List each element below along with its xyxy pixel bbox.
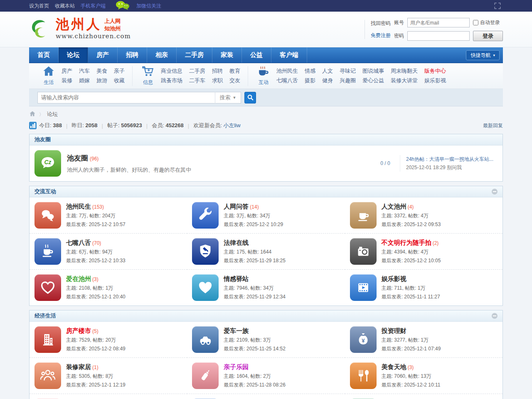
- forum-title-link[interactable]: 人网问答: [224, 203, 249, 210]
- subnav-link[interactable]: 婚嫁: [79, 77, 90, 84]
- forum-title-link[interactable]: 装修家居: [66, 363, 91, 370]
- forum-title-link[interactable]: 房产楼市: [66, 327, 91, 334]
- subnav-link[interactable]: 汽车: [79, 67, 90, 75]
- subnav-link[interactable]: 池州民生: [276, 67, 298, 75]
- forum-title-link[interactable]: 池州民生: [66, 203, 91, 210]
- forgot-password-link[interactable]: 找回密码: [371, 20, 391, 27]
- subnav-link[interactable]: 人文: [322, 67, 333, 75]
- subnav-link[interactable]: 装修: [62, 77, 72, 84]
- subnav-link[interactable]: 商业信息: [161, 67, 182, 75]
- subnav-link[interactable]: 交友: [229, 77, 240, 84]
- nav-item-secondhand-house[interactable]: 二手房: [177, 47, 212, 63]
- forum-last-post: 最后发表: 2025-11-29 18:25: [224, 257, 286, 264]
- forum-title-link[interactable]: 爱车一族: [224, 327, 249, 334]
- forum-title-link[interactable]: 投资理财: [382, 327, 406, 334]
- forum-icon[interactable]: [34, 238, 61, 265]
- login-button[interactable]: 登录: [473, 31, 503, 41]
- password-input[interactable]: [407, 31, 470, 41]
- nav-item-home-decor[interactable]: 家装: [212, 47, 242, 63]
- forum-icon-circle[interactable]: Cz: [34, 150, 61, 177]
- wechat-follow-link[interactable]: 加微信关注: [136, 2, 161, 10]
- forum-icon[interactable]: [34, 202, 61, 229]
- forum-title-link[interactable]: 美食天地: [382, 363, 406, 370]
- forum-title-link[interactable]: 人文池州: [382, 203, 406, 210]
- latest-replies-link[interactable]: 最新回复: [483, 122, 503, 129]
- forum-icon[interactable]: [350, 274, 377, 301]
- nav-item-realestate[interactable]: 房产: [88, 47, 118, 63]
- subnav-link[interactable]: 周末嗨翻天: [391, 67, 418, 75]
- new-member-link[interactable]: 小左liw: [223, 122, 240, 128]
- section-header: 交流互动: [30, 186, 502, 197]
- search-button[interactable]: [244, 92, 256, 103]
- subnav-link[interactable]: 兴趣圈: [340, 77, 356, 84]
- forum-icon[interactable]: [350, 362, 377, 389]
- subnav-link[interactable]: 摄影: [305, 77, 315, 84]
- forum-icon[interactable]: [350, 202, 377, 229]
- subnav-link[interactable]: 二手房: [189, 67, 205, 75]
- subnav-link[interactable]: 跳蚤市场: [161, 77, 182, 84]
- forum-icon[interactable]: [34, 274, 61, 301]
- nav-item-home[interactable]: 首页: [29, 47, 59, 63]
- subnav-link[interactable]: 求职: [212, 77, 223, 84]
- forum-title-link[interactable]: 情感驿站: [224, 275, 249, 282]
- forum-icon[interactable]: [350, 238, 377, 265]
- subnav-link[interactable]: 亲子: [114, 67, 125, 75]
- register-link[interactable]: 免费注册: [371, 32, 391, 39]
- subnav-link-service-center[interactable]: 版务中心: [424, 67, 446, 75]
- latest-post-link[interactable]: 24h热帖：大清早一瘸一拐地从火车站...: [406, 155, 498, 163]
- subnav-link[interactable]: 房产: [62, 67, 72, 75]
- subnav-link[interactable]: 娱乐影视: [424, 77, 446, 84]
- expand-icon[interactable]: [494, 2, 501, 11]
- subnav-link[interactable]: 图说城事: [362, 67, 384, 75]
- bookmark-link[interactable]: 收藏本站: [55, 2, 75, 10]
- forum-title-link[interactable]: 七嘴八舌: [66, 239, 91, 246]
- forum-icon[interactable]: [34, 326, 61, 353]
- subnav-link[interactable]: 寻味记: [340, 67, 356, 75]
- subnav-link[interactable]: 装修大讲堂: [391, 77, 418, 84]
- forum-title-link[interactable]: 亲子乐园: [224, 363, 249, 370]
- subnav-link[interactable]: 美食: [96, 67, 107, 75]
- forum-title-link[interactable]: 爱在池州: [66, 275, 91, 282]
- username-input[interactable]: [407, 18, 470, 27]
- forum-icon[interactable]: [192, 274, 219, 301]
- nav-item-charity[interactable]: 公益: [242, 47, 271, 63]
- subnav-link[interactable]: 收藏: [114, 77, 125, 84]
- subnav-link[interactable]: 旅游: [96, 77, 107, 84]
- subnav-link[interactable]: 情感: [305, 67, 315, 75]
- subnav-link[interactable]: 招聘: [212, 67, 223, 75]
- forum-icon[interactable]: [192, 362, 219, 389]
- site-logo[interactable]: 池州人上人网知池州 www.chizhouren.com: [29, 17, 131, 42]
- forum-icon[interactable]: [34, 362, 61, 389]
- search-type-dropdown[interactable]: 搜索▼: [215, 92, 241, 103]
- nav-item-jobs[interactable]: 招聘: [118, 47, 147, 63]
- forum-title-link[interactable]: 池友圈: [67, 154, 88, 162]
- forum-topic-count: (3): [92, 276, 99, 282]
- subnav-link[interactable]: 教育: [229, 67, 240, 75]
- collapse-section-button[interactable]: [492, 313, 498, 319]
- forum-icon[interactable]: [192, 238, 219, 265]
- set-home-link[interactable]: 设为首页: [29, 2, 49, 10]
- home-icon[interactable]: [29, 111, 36, 118]
- forum-title-link[interactable]: 法律在线: [224, 239, 249, 246]
- nav-item-dating[interactable]: 相亲: [147, 47, 177, 63]
- auto-login-checkbox[interactable]: [473, 20, 478, 25]
- cart-icon: 信息: [140, 66, 156, 86]
- nav-item-app[interactable]: 客户端: [271, 47, 307, 63]
- subnav-link[interactable]: 健身: [322, 77, 333, 84]
- subnav-link[interactable]: 爱心公益: [362, 77, 384, 84]
- forum-title-link[interactable]: 娱乐影视: [382, 275, 406, 282]
- quick-nav-button[interactable]: 快捷导航▾: [466, 50, 500, 60]
- nav-item-forum[interactable]: 论坛: [59, 47, 88, 63]
- forum-icon[interactable]: ¥: [350, 326, 377, 353]
- collapse-section-button[interactable]: [492, 189, 498, 195]
- forum-icon[interactable]: [192, 326, 219, 353]
- subnav-link[interactable]: 七嘴八舌: [276, 77, 298, 84]
- mobile-app-link[interactable]: 手机客户端: [81, 2, 106, 10]
- forum-icon[interactable]: [192, 202, 219, 229]
- subnav-link[interactable]: 二手车: [189, 77, 205, 84]
- forum-title-link[interactable]: 不文明行为随手拍: [382, 239, 431, 246]
- search-input[interactable]: [38, 93, 215, 103]
- forum-topic-count: (153): [92, 204, 104, 210]
- forum-cell: 娱乐影视 主题: 711, 帖数: 1万 最后发表: 2025-11-1 11:…: [345, 269, 502, 305]
- breadcrumb-current[interactable]: 论坛: [47, 111, 58, 118]
